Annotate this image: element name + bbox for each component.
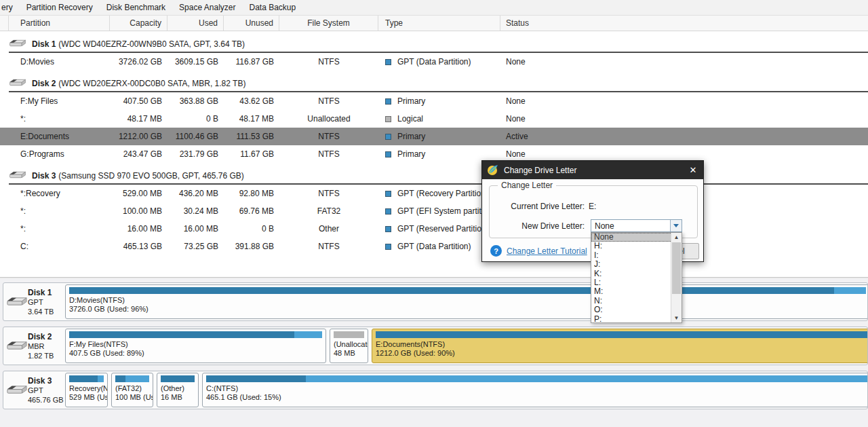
partition-capacity: 407.50 GB	[110, 92, 167, 110]
scrollbar-thumb[interactable]	[672, 242, 681, 294]
disk-info: (WDC WD40EZRZ-00WN9B0 SATA, GPT, 3.64 TB…	[58, 39, 245, 49]
partition-name: *:	[9, 110, 110, 128]
map-disk-name: Disk 1	[28, 288, 64, 297]
partition-row[interactable]: G:Programs243.47 GB231.79 GB11.67 GBNTFS…	[0, 145, 868, 163]
partition-type: Primary	[378, 92, 500, 110]
drive-letter-dropdown-list: NoneH:I:J:K:L:M:N:O:P: ▲ ▼	[591, 232, 682, 323]
partition-type-label: Primary	[397, 96, 425, 106]
dropdown-option[interactable]: None	[591, 233, 682, 242]
block-size-label: 407.5 GB (Used: 89%)	[69, 349, 322, 358]
partition-type: Primary	[378, 128, 500, 145]
dropdown-option[interactable]: N:	[591, 297, 682, 305]
column-header-partition[interactable]: Partition	[9, 16, 110, 31]
column-header-used[interactable]: Used	[167, 16, 224, 31]
partition-row[interactable]: E:Documents1212.00 GB1100.46 GB111.53 GB…	[0, 128, 868, 145]
partition-block[interactable]: (FAT32)100 MB (Used: 30%)	[111, 373, 153, 407]
disk-group-header[interactable]: Disk 1(WDC WD40EZRZ-00WN9B0 SATA, GPT, 3…	[9, 37, 868, 53]
column-header-file-system[interactable]: File System	[279, 16, 378, 31]
menu-item-disk-benchmark[interactable]: Disk Benchmark	[100, 3, 172, 12]
disk-map-label[interactable]: Disk 3GPT465.76 GB	[3, 371, 64, 409]
new-drive-letter-select[interactable]: None	[591, 219, 682, 232]
partition-status: Active	[500, 128, 868, 145]
scroll-up-icon[interactable]: ▲	[671, 233, 682, 242]
column-header-capacity[interactable]: Capacity	[110, 16, 167, 31]
partition-unused: 0 B	[224, 220, 279, 238]
disk-map-label[interactable]: Disk 2MBR1.82 TB	[3, 327, 64, 365]
partition-capacity: 16.00 MB	[110, 220, 167, 238]
menu-item-recovery-clipped[interactable]: ery	[0, 3, 20, 12]
dropdown-option[interactable]: O:	[591, 305, 682, 314]
header-gutter	[0, 16, 9, 31]
disk-group-header[interactable]: Disk 2(WDC WD20EZRX-00DC0B0 SATA, MBR, 1…	[9, 76, 868, 92]
dropdown-option[interactable]: L:	[591, 278, 682, 287]
menu-item-space-analyzer[interactable]: Space Analyzer	[172, 3, 242, 12]
partition-block[interactable]: E:Documents(NTFS)1212.0 GB (Used: 90%)	[372, 329, 867, 363]
row-gutter	[0, 128, 9, 145]
usage-bar	[69, 331, 322, 338]
partition-block[interactable]: D:Movies(NTFS)3726.0 GB (Used: 96%)	[65, 284, 867, 319]
change-drive-letter-dialog: Change Drive Letter ✕ Change Letter Curr…	[481, 160, 704, 262]
dropdown-option[interactable]: K:	[591, 270, 682, 278]
dropdown-scrollbar[interactable]: ▲ ▼	[671, 233, 682, 322]
disk-info: (Samsung SSD 970 EVO 500GB, GPT, 465.76 …	[58, 171, 243, 181]
partition-row[interactable]: D:Movies3726.02 GB3609.15 GB116.87 GBNTF…	[0, 53, 868, 71]
block-size-label: 16 MB	[161, 393, 195, 402]
column-header-unused[interactable]: Unused	[224, 16, 279, 31]
column-header-type[interactable]: Type	[378, 16, 500, 31]
dropdown-option[interactable]: M:	[591, 287, 682, 296]
dropdown-option[interactable]: P:	[591, 315, 682, 324]
partition-name: G:Programs	[9, 145, 110, 163]
partition-type-icon	[385, 151, 391, 157]
partition-type-icon	[385, 59, 391, 65]
partition-capacity: 529.00 MB	[110, 185, 167, 202]
dropdown-option[interactable]: I:	[591, 251, 682, 260]
groupbox-label: Change Letter	[498, 181, 556, 190]
partition-row[interactable]: *:Recovery529.00 MB436.20 MB92.80 MBNTFS…	[0, 185, 868, 202]
partition-block[interactable]: C:(NTFS)465.1 GB (Used: 15%)	[202, 373, 867, 407]
disk-drive-icon	[9, 39, 26, 48]
select-dropdown-button[interactable]	[670, 220, 682, 231]
dropdown-option[interactable]: H:	[591, 242, 682, 250]
partition-row[interactable]: F:My Files407.50 GB363.88 GB43.62 GBNTFS…	[0, 92, 868, 110]
disk-group-header[interactable]: Disk 3(Samsung SSD 970 EVO 500GB, GPT, 4…	[9, 168, 868, 185]
dropdown-option[interactable]: J:	[591, 260, 682, 269]
menu-item-data-backup[interactable]: Data Backup	[242, 3, 302, 12]
menu-item-partition-recovery[interactable]: Partition Recovery	[20, 3, 100, 12]
partition-block[interactable]: (Unallocated)48 MB	[330, 329, 368, 363]
partition-table-body: Disk 1(WDC WD40EZRZ-00WN9B0 SATA, GPT, 3…	[0, 37, 868, 255]
disk-drive-icon	[6, 296, 28, 307]
disk-map-panel: Disk 1GPT3.64 TBD:Movies(NTFS)3726.0 GB …	[0, 277, 868, 427]
help-icon[interactable]: ?	[490, 245, 502, 257]
partition-unused: 111.53 GB	[224, 128, 279, 145]
scroll-down-icon[interactable]: ▼	[671, 314, 682, 322]
partition-name: *:	[9, 220, 110, 238]
partition-type: Logical	[378, 110, 500, 128]
usage-bar-used	[69, 375, 98, 382]
partition-block[interactable]: (Other)16 MB	[157, 373, 199, 407]
disk-icon	[9, 170, 26, 181]
block-size-label: 1212.0 GB (Used: 90%)	[376, 349, 867, 358]
partition-used: 436.20 MB	[167, 185, 224, 202]
block-label: (Other)	[161, 384, 195, 393]
partition-type-icon	[385, 208, 391, 215]
column-header-status[interactable]: Status	[500, 16, 868, 31]
partition-block[interactable]: F:My Files(NTFS)407.5 GB (Used: 89%)	[65, 329, 326, 363]
close-icon[interactable]: ✕	[683, 165, 703, 175]
usage-bar-used	[69, 287, 834, 294]
usage-bar	[334, 331, 364, 338]
disk-map-label[interactable]: Disk 1GPT3.64 TB	[3, 283, 64, 320]
current-drive-letter-value: E:	[589, 202, 596, 211]
partition-row[interactable]: *:16.00 MB16.00 MB0 BOtherGPT (Reserved …	[0, 220, 868, 238]
partition-table-header: Partition Capacity Used Unused File Syst…	[0, 15, 868, 31]
partition-block[interactable]: Recovery(NTFS)529 MB (Used: 82%)	[65, 373, 108, 407]
change-letter-tutorial-link[interactable]: Change Letter Tutorial	[507, 246, 587, 256]
partition-name: F:My Files	[9, 92, 110, 110]
partition-row[interactable]: *:48.17 MB0 B48.17 MBUnallocatedLogicalN…	[0, 110, 868, 128]
partition-row[interactable]: C:465.13 GB73.25 GB391.88 GBNTFSGPT (Dat…	[0, 238, 868, 255]
partition-used: 363.88 GB	[167, 92, 224, 110]
partition-used: 0 B	[167, 110, 224, 128]
block-size-label: 100 MB (Used: 30%)	[115, 393, 149, 402]
partition-row[interactable]: *:100.00 MB30.24 MB69.76 MBFAT32GPT (EFI…	[0, 202, 868, 220]
dialog-title: Change Drive Letter	[504, 166, 683, 175]
partition-unused: 92.80 MB	[224, 185, 279, 202]
